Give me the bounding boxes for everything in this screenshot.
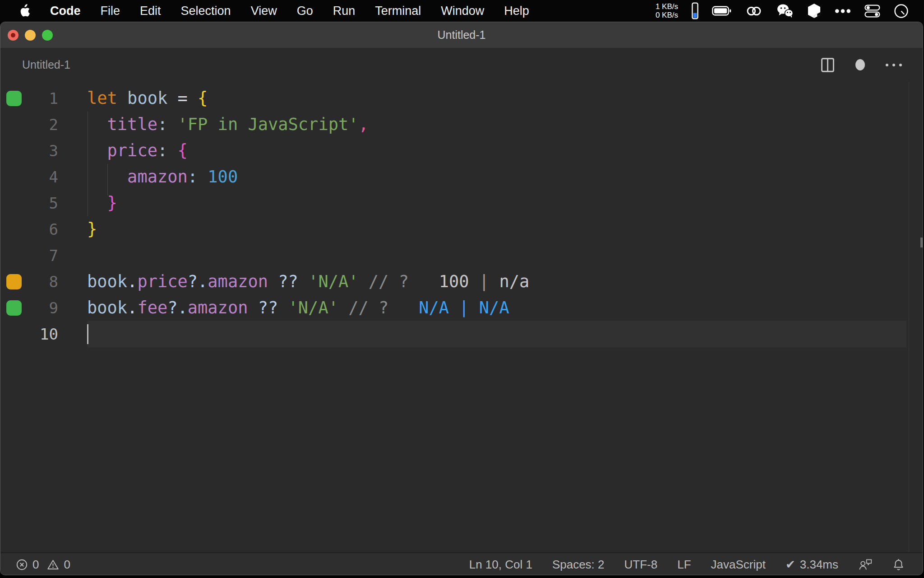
error-icon (16, 559, 28, 571)
status-indentation[interactable]: Spaces: 2 (552, 558, 605, 572)
macos-menu-bar: Code FileEditSelectionViewGoRunTerminalW… (0, 0, 924, 22)
apple-icon (19, 4, 30, 18)
notifications-bell-button[interactable] (892, 558, 905, 571)
editor-surface[interactable]: 12345678910 let book = { title: 'FP in J… (0, 82, 923, 552)
line-number[interactable]: 3 (0, 138, 58, 164)
box-icon[interactable] (807, 3, 821, 19)
vscode-window: Untitled-1 Untitled-1 12345678910 let bo… (0, 22, 923, 575)
status-encoding[interactable]: UTF-8 (624, 558, 658, 572)
error-count: 0 (32, 558, 39, 572)
code-line[interactable]: } (87, 190, 117, 216)
menu-terminal[interactable]: Terminal (375, 4, 421, 18)
maximize-button[interactable] (42, 30, 53, 41)
menu-file[interactable]: File (101, 4, 120, 18)
clock-icon[interactable] (894, 4, 909, 19)
code-line[interactable]: price: { (87, 138, 188, 164)
line-number[interactable]: 6 (0, 216, 58, 242)
control-center-icon[interactable] (864, 5, 880, 18)
perf-time: 3.34ms (800, 558, 838, 572)
code-line[interactable]: book.fee?.amazon ?? 'N/A' // ? N/A | N/A (87, 295, 509, 321)
status-bar: 0 0 Ln 10, Col 1 Spaces: 2 UTF-8 LF Java… (0, 552, 923, 575)
code-line[interactable]: amazon: 100 (87, 164, 238, 190)
status-quokka-perf[interactable]: ✔ 3.34ms (785, 558, 838, 572)
warning-count: 0 (64, 558, 70, 572)
line-number[interactable]: 4 (0, 164, 58, 190)
scrollbar-thumb[interactable] (920, 238, 923, 247)
network-speed-indicator[interactable]: 1 KB/s 0 KB/s (656, 2, 678, 19)
menu-edit[interactable]: Edit (140, 4, 161, 18)
menu-help[interactable]: Help (504, 4, 529, 18)
line-number[interactable]: 5 (0, 190, 58, 216)
menu-items: FileEditSelectionViewGoRunTerminalWindow… (101, 4, 529, 18)
current-line-highlight (87, 321, 906, 347)
code-line[interactable]: book.price?.amazon ?? 'N/A' // ? 100 | n… (87, 269, 529, 295)
window-title: Untitled-1 (438, 28, 486, 42)
status-eol[interactable]: LF (677, 558, 691, 572)
status-cursor-position[interactable]: Ln 10, Col 1 (469, 558, 532, 572)
line-number[interactable]: 10 (0, 321, 58, 347)
menu-window[interactable]: Window (441, 4, 484, 18)
ellipsis-icon[interactable] (835, 9, 851, 14)
text-cursor (87, 324, 88, 344)
line-number[interactable]: 9 (0, 295, 58, 321)
line-number[interactable]: 8 (0, 269, 58, 295)
line-number[interactable]: 7 (0, 242, 58, 269)
status-problems[interactable]: 0 0 (16, 558, 70, 572)
menu-run[interactable]: Run (333, 4, 356, 18)
code-line[interactable]: let book = { (87, 85, 208, 112)
network-down-speed: 0 KB/s (656, 11, 678, 19)
line-number[interactable]: 2 (0, 112, 58, 138)
scrollbar-divider (909, 82, 909, 552)
close-button[interactable] (8, 30, 18, 41)
code-line[interactable]: } (87, 216, 97, 242)
menu-view[interactable]: View (251, 4, 277, 18)
link-icon[interactable] (745, 5, 763, 17)
apple-menu[interactable] (19, 4, 30, 18)
dirty-indicator[interactable] (855, 59, 865, 70)
feedback-button[interactable] (858, 558, 873, 571)
split-editor-button[interactable] (821, 57, 835, 73)
status-language[interactable]: JavaScript (711, 558, 766, 572)
more-actions-button[interactable] (886, 64, 902, 66)
warning-icon (47, 559, 59, 571)
meter-icon[interactable] (692, 2, 698, 19)
menu-selection[interactable]: Selection (181, 4, 231, 18)
network-up-speed: 1 KB/s (656, 2, 678, 11)
line-number[interactable]: 1 (0, 85, 58, 112)
minimize-button[interactable] (25, 30, 36, 41)
menu-app-code[interactable]: Code (50, 4, 81, 18)
menu-go[interactable]: Go (297, 4, 313, 18)
tab-untitled-1[interactable]: Untitled-1 (22, 58, 70, 71)
code-line[interactable]: title: 'FP in JavaScript', (87, 112, 369, 138)
battery-icon[interactable] (712, 5, 731, 16)
editor-tab-bar: Untitled-1 (0, 48, 923, 82)
wechat-icon[interactable] (776, 4, 794, 18)
check-icon: ✔ (785, 558, 795, 572)
title-bar[interactable]: Untitled-1 (0, 22, 923, 48)
